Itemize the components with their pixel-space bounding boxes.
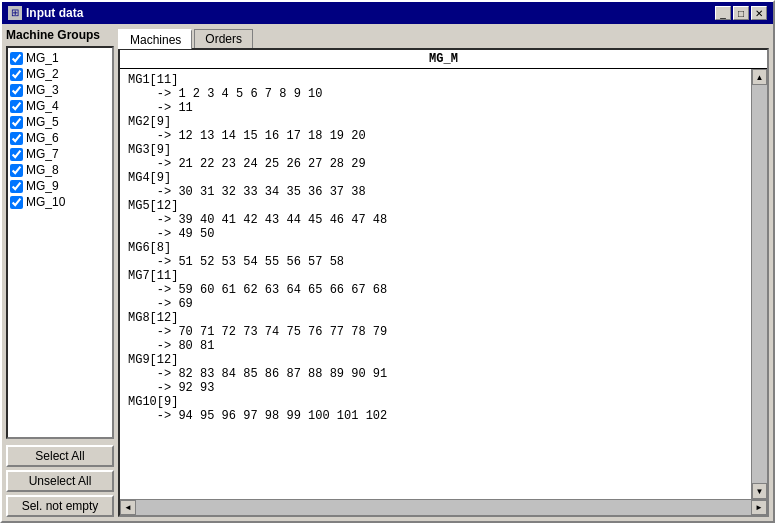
checkbox-mg6[interactable] bbox=[10, 132, 23, 145]
checkbox-mg3[interactable] bbox=[10, 84, 23, 97]
button-group: Select All Unselect All Sel. not empty bbox=[6, 445, 114, 517]
checkbox-item-mg3: MG_3 bbox=[10, 82, 110, 98]
title-bar: ⊞ Input data _ □ ✕ bbox=[2, 2, 773, 24]
checkbox-item-mg10: MG_10 bbox=[10, 194, 110, 210]
right-panel: Machines Orders MG_M MG1[11] -> 1 2 3 4 … bbox=[118, 28, 769, 517]
checkbox-item-mg2: MG_2 bbox=[10, 66, 110, 82]
main-text-area[interactable]: MG1[11] -> 1 2 3 4 5 6 7 8 9 10 -> 11 MG… bbox=[120, 69, 751, 499]
scroll-track-horizontal[interactable] bbox=[136, 500, 751, 515]
checkbox-item-mg1: MG_1 bbox=[10, 50, 110, 66]
close-button[interactable]: ✕ bbox=[751, 6, 767, 20]
left-panel: Machine Groups MG_1MG_2MG_3MG_4MG_5MG_6M… bbox=[6, 28, 114, 517]
title-buttons: _ □ ✕ bbox=[715, 6, 767, 20]
main-window: ⊞ Input data _ □ ✕ Machine Groups MG_1MG… bbox=[0, 0, 775, 523]
checkbox-mg2[interactable] bbox=[10, 68, 23, 81]
scroll-track-vertical[interactable] bbox=[752, 85, 767, 483]
select-all-button[interactable]: Select All bbox=[6, 445, 114, 467]
minimize-button[interactable]: _ bbox=[715, 6, 731, 20]
content-box: MG_M MG1[11] -> 1 2 3 4 5 6 7 8 9 10 -> … bbox=[118, 48, 769, 517]
checkbox-mg10[interactable] bbox=[10, 196, 23, 209]
checkbox-label-mg8: MG_8 bbox=[26, 163, 59, 177]
vertical-scrollbar[interactable]: ▲ ▼ bbox=[751, 69, 767, 499]
checkbox-mg8[interactable] bbox=[10, 164, 23, 177]
scroll-down-button[interactable]: ▼ bbox=[752, 483, 767, 499]
checkbox-label-mg2: MG_2 bbox=[26, 67, 59, 81]
left-panel-title: Machine Groups bbox=[6, 28, 114, 42]
checkbox-list: MG_1MG_2MG_3MG_4MG_5MG_6MG_7MG_8MG_9MG_1… bbox=[6, 46, 114, 439]
checkbox-label-mg10: MG_10 bbox=[26, 195, 65, 209]
horizontal-scrollbar[interactable]: ◄ ► bbox=[120, 499, 767, 515]
checkbox-label-mg5: MG_5 bbox=[26, 115, 59, 129]
content-inner: MG1[11] -> 1 2 3 4 5 6 7 8 9 10 -> 11 MG… bbox=[120, 69, 767, 499]
sel-not-empty-button[interactable]: Sel. not empty bbox=[6, 495, 114, 517]
checkbox-mg9[interactable] bbox=[10, 180, 23, 193]
checkbox-label-mg6: MG_6 bbox=[26, 131, 59, 145]
checkbox-mg5[interactable] bbox=[10, 116, 23, 129]
checkbox-label-mg3: MG_3 bbox=[26, 83, 59, 97]
maximize-button[interactable]: □ bbox=[733, 6, 749, 20]
scroll-left-button[interactable]: ◄ bbox=[120, 500, 136, 515]
checkbox-label-mg9: MG_9 bbox=[26, 179, 59, 193]
window-icon: ⊞ bbox=[8, 6, 22, 20]
checkbox-item-mg6: MG_6 bbox=[10, 130, 110, 146]
checkbox-label-mg4: MG_4 bbox=[26, 99, 59, 113]
checkbox-item-mg8: MG_8 bbox=[10, 162, 110, 178]
checkbox-item-mg7: MG_7 bbox=[10, 146, 110, 162]
tab-bar: Machines Orders bbox=[118, 28, 769, 48]
checkbox-item-mg4: MG_4 bbox=[10, 98, 110, 114]
title-bar-left: ⊞ Input data bbox=[8, 6, 83, 20]
checkbox-item-mg9: MG_9 bbox=[10, 178, 110, 194]
window-title: Input data bbox=[26, 6, 83, 20]
checkbox-mg4[interactable] bbox=[10, 100, 23, 113]
checkbox-label-mg1: MG_1 bbox=[26, 51, 59, 65]
tab-machines[interactable]: Machines bbox=[118, 29, 192, 49]
checkbox-mg1[interactable] bbox=[10, 52, 23, 65]
content-area: Machine Groups MG_1MG_2MG_3MG_4MG_5MG_6M… bbox=[2, 24, 773, 521]
checkbox-item-mg5: MG_5 bbox=[10, 114, 110, 130]
tab-orders[interactable]: Orders bbox=[194, 29, 253, 49]
checkbox-label-mg7: MG_7 bbox=[26, 147, 59, 161]
unselect-all-button[interactable]: Unselect All bbox=[6, 470, 114, 492]
column-header: MG_M bbox=[120, 50, 767, 69]
scroll-up-button[interactable]: ▲ bbox=[752, 69, 767, 85]
checkbox-mg7[interactable] bbox=[10, 148, 23, 161]
scroll-right-button[interactable]: ► bbox=[751, 500, 767, 515]
